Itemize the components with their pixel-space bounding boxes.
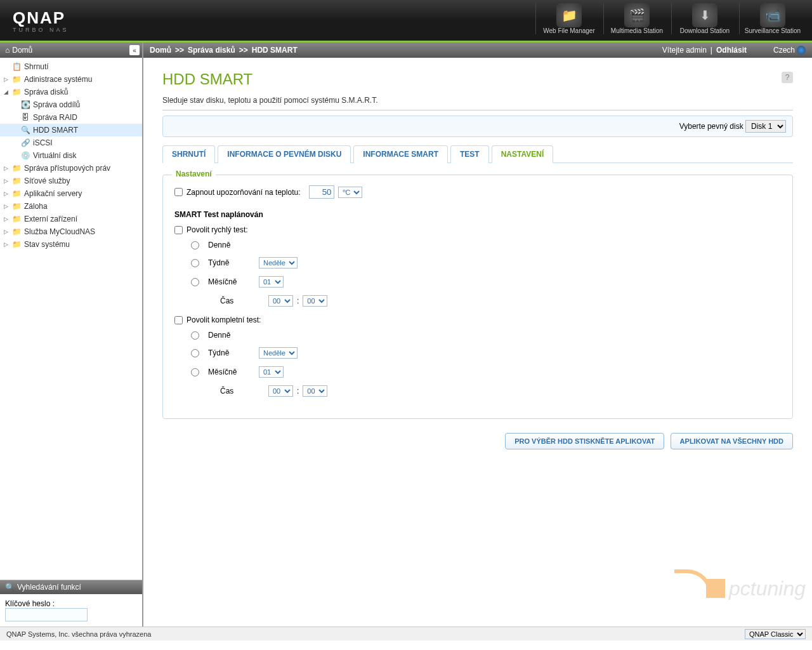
settings-fieldset: Nastavení Zapnout upozorňování na teplot… xyxy=(162,175,793,419)
temp-unit-select[interactable]: ºC xyxy=(338,187,362,198)
tree-item[interactable]: ▷📁Síťové služby xyxy=(0,175,142,187)
tree-label: Virtuální disk xyxy=(33,151,76,160)
folder-icon: 📁 xyxy=(11,227,22,236)
tree-subitem[interactable]: 💽Správa oddílů xyxy=(0,98,142,111)
breadcrumb-home[interactable]: Domů xyxy=(150,46,171,55)
tab[interactable]: TEST xyxy=(450,145,489,163)
folder-icon: 📁 xyxy=(11,164,22,173)
welcome-text: Vítejte admin xyxy=(662,46,707,55)
tree-label: Aplikační servery xyxy=(24,189,82,198)
tree-subitem[interactable]: 💿Virtuální disk xyxy=(0,149,142,162)
full-test-checkbox[interactable] xyxy=(174,316,183,324)
shortcut-label: Surveillance Station xyxy=(743,27,802,34)
search-label: Klíčové heslo : xyxy=(5,599,55,608)
quick-min-select[interactable]: 00 xyxy=(303,295,327,307)
full-test-label: Povolit kompletní test: xyxy=(187,315,261,324)
expander-icon[interactable]: ▷ xyxy=(4,203,11,209)
sidebar-header: ⌂ Domů « xyxy=(0,43,142,58)
brand-logo: QNAP TURBO NAS xyxy=(13,8,69,33)
apply-all-button[interactable]: APLIKOVAT NA VŠECHNY HDD xyxy=(671,433,793,449)
tree-label: Záloha xyxy=(24,202,48,211)
tree-subitem[interactable]: 🔍HDD SMART xyxy=(0,124,142,136)
sidebar-home-label[interactable]: Domů xyxy=(12,46,32,55)
header-shortcut[interactable]: 📹Surveillance Station xyxy=(739,3,806,34)
sidebar-collapse-button[interactable]: « xyxy=(129,45,140,55)
footer-copyright: QNAP Systems, Inc. všechna práva vyhraze… xyxy=(6,630,151,638)
tree-item[interactable]: ◢📁Správa disků xyxy=(0,86,142,98)
item-icon: 📋 xyxy=(11,62,22,71)
tab[interactable]: INFORMACE SMART xyxy=(353,145,448,163)
nav-tree: 📋Shrnutí▷📁Adinistrace systému◢📁Správa di… xyxy=(0,58,142,321)
shortcut-icon: 🎬 xyxy=(624,3,650,27)
folder-icon: 📁 xyxy=(11,202,22,211)
breadcrumb-section[interactable]: Správa disků xyxy=(188,46,235,55)
tab[interactable]: NASTAVENÍ xyxy=(492,145,554,163)
disk-select-row: Vyberte pevný disk Disk 1 xyxy=(162,116,793,137)
temp-value-input[interactable] xyxy=(309,185,334,199)
tree-item[interactable]: ▷📁Stav systému xyxy=(0,238,142,251)
quick-test-checkbox[interactable] xyxy=(174,226,183,234)
apply-selected-button[interactable]: PRO VÝBĚR HDD STISKNĚTE APLIKOVAT xyxy=(505,433,664,449)
shortcut-label: Multimedia Station xyxy=(607,27,667,34)
expander-icon[interactable]: ▷ xyxy=(4,241,11,248)
quick-daily-radio[interactable] xyxy=(191,241,199,249)
full-min-select[interactable]: 00 xyxy=(303,385,327,397)
search-input[interactable] xyxy=(5,608,88,621)
header-shortcut[interactable]: 📁Web File Manager xyxy=(535,3,602,34)
tree-item[interactable]: 📋Shrnutí xyxy=(0,60,142,73)
expander-icon[interactable]: ◢ xyxy=(4,89,11,95)
tree-subitem[interactable]: 🗄Správa RAID xyxy=(0,111,142,124)
full-monthly-radio[interactable] xyxy=(191,368,199,376)
header-shortcut[interactable]: 🎬Multimedia Station xyxy=(603,3,670,34)
expander-icon[interactable]: ▷ xyxy=(4,216,11,222)
tree-item[interactable]: ▷📁Aplikační servery xyxy=(0,187,142,200)
tree-label: Síťové služby xyxy=(24,176,70,185)
tab[interactable]: INFORMACE O PEVNÉM DISKU xyxy=(218,145,351,163)
footer: QNAP Systems, Inc. všechna práva vyhraze… xyxy=(0,627,812,640)
brand-sub: TURBO NAS xyxy=(13,27,69,33)
folder-icon: 📁 xyxy=(11,240,22,249)
folder-icon: 📁 xyxy=(11,88,22,96)
shortcut-icon: 📁 xyxy=(556,3,582,27)
full-week-select[interactable]: Neděle xyxy=(259,347,298,359)
header-shortcuts: 📁Web File Manager🎬Multimedia Station⬇Dow… xyxy=(535,3,806,34)
quick-hour-select[interactable]: 00 xyxy=(268,295,293,307)
tree-subitem[interactable]: 🔗iSCSI xyxy=(0,136,142,149)
tree-item[interactable]: ▷📁Služba MyCloudNAS xyxy=(0,225,142,238)
expander-icon[interactable]: ▷ xyxy=(4,165,11,171)
logout-link[interactable]: Odhlásit xyxy=(716,46,747,55)
tree-item[interactable]: ▷📁Externí zařízení xyxy=(0,213,142,225)
full-month-select[interactable]: 01 xyxy=(259,366,284,378)
quick-test-label: Povolit rychlý test: xyxy=(187,225,248,234)
help-icon[interactable]: ? xyxy=(782,72,793,83)
theme-select[interactable]: QNAP Classic xyxy=(745,629,806,639)
tree-label: iSCSI xyxy=(33,138,53,147)
tabs: SHRNUTÍINFORMACE O PEVNÉM DISKUINFORMACE… xyxy=(162,145,793,163)
full-hour-select[interactable]: 00 xyxy=(268,385,293,397)
item-icon: 🔍 xyxy=(20,126,30,135)
quick-weekly-radio[interactable] xyxy=(191,259,199,267)
tree-item[interactable]: ▷📁Správa přístupových práv xyxy=(0,162,142,175)
item-icon: 🗄 xyxy=(20,113,30,122)
full-weekly-radio[interactable] xyxy=(191,349,199,357)
full-daily-radio[interactable] xyxy=(191,331,199,340)
tree-label: Správa disků xyxy=(24,88,68,96)
globe-icon xyxy=(797,46,806,55)
tree-item[interactable]: ▷📁Záloha xyxy=(0,200,142,213)
expander-icon[interactable]: ▷ xyxy=(4,76,11,83)
expander-icon[interactable]: ▷ xyxy=(4,178,11,184)
tab[interactable]: SHRNUTÍ xyxy=(162,145,215,163)
language-selector[interactable]: Czech xyxy=(773,46,806,55)
quick-monthly-radio[interactable] xyxy=(191,278,199,286)
header-shortcut[interactable]: ⬇Download Station xyxy=(671,3,738,34)
expander-icon[interactable]: ▷ xyxy=(4,190,11,197)
brand-main: QNAP xyxy=(13,8,69,28)
expander-icon[interactable]: ▷ xyxy=(4,229,11,235)
temp-alarm-checkbox[interactable] xyxy=(174,188,183,196)
tree-item[interactable]: ▷📁Adinistrace systému xyxy=(0,73,142,86)
quick-week-select[interactable]: Neděle xyxy=(259,257,298,269)
quick-month-select[interactable]: 01 xyxy=(259,276,284,288)
breadcrumb-bar: Domů >> Správa disků >> HDD SMART Vítejt… xyxy=(143,43,812,58)
breadcrumb-current: HDD SMART xyxy=(252,46,298,55)
disk-select[interactable]: Disk 1 xyxy=(745,120,786,133)
